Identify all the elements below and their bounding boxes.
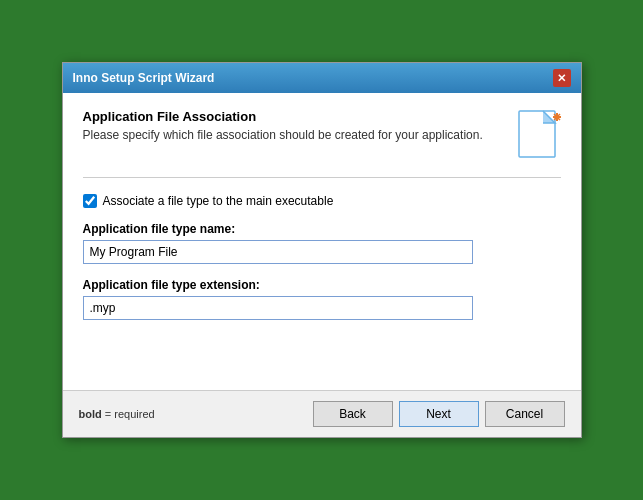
spacer: [83, 334, 561, 374]
dialog-window: Inno Setup Script Wizard ✕ Application F…: [62, 62, 582, 438]
extension-label: Application file type extension:: [83, 278, 561, 292]
next-button[interactable]: Next: [399, 401, 479, 427]
footer: bold = required Back Next Cancel: [63, 390, 581, 437]
type-name-label: Application file type name:: [83, 222, 561, 236]
checkbox-row: Associate a file type to the main execut…: [83, 194, 561, 208]
section-subtitle: Please specify which file association sh…: [83, 128, 513, 142]
hint-text: = required: [102, 408, 155, 420]
cancel-button[interactable]: Cancel: [485, 401, 565, 427]
title-bar: Inno Setup Script Wizard ✕: [63, 63, 581, 93]
associate-checkbox[interactable]: [83, 194, 97, 208]
content-area: Application File Association Please spec…: [63, 93, 581, 390]
dialog-title: Inno Setup Script Wizard: [73, 71, 215, 85]
header-text: Application File Association Please spec…: [83, 109, 513, 142]
button-group: Back Next Cancel: [313, 401, 565, 427]
close-button[interactable]: ✕: [553, 69, 571, 87]
file-icon-svg: [513, 109, 565, 165]
type-name-input[interactable]: [83, 240, 473, 264]
header-section: Application File Association Please spec…: [83, 109, 561, 161]
footer-hint: bold = required: [79, 408, 155, 420]
file-icon: [513, 109, 561, 161]
checkbox-label[interactable]: Associate a file type to the main execut…: [103, 194, 334, 208]
back-button[interactable]: Back: [313, 401, 393, 427]
extension-input[interactable]: [83, 296, 473, 320]
hint-bold: bold: [79, 408, 102, 420]
section-title: Application File Association: [83, 109, 513, 124]
divider: [83, 177, 561, 178]
